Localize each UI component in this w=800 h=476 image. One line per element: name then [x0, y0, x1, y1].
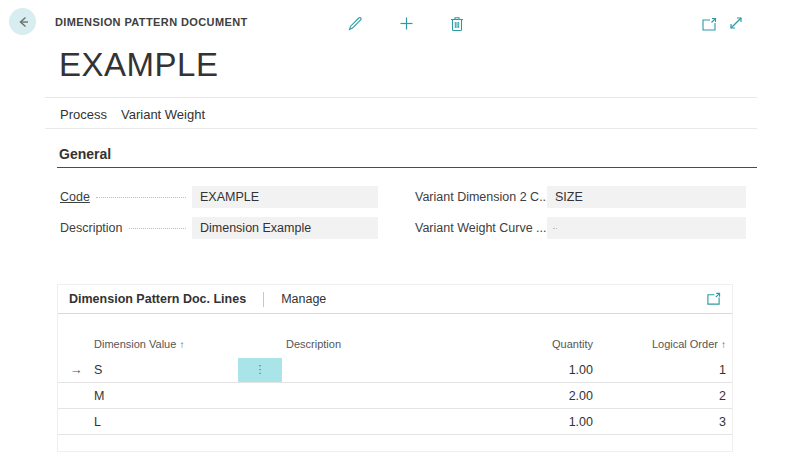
back-button[interactable] — [9, 8, 36, 35]
code-input[interactable]: EXAMPLE — [192, 186, 378, 208]
cell-quantity[interactable]: 2.00 — [484, 389, 599, 403]
table-row[interactable]: → S ⋮ 1.00 1 — [58, 357, 732, 383]
divider — [263, 292, 264, 307]
lines-card-title[interactable]: Dimension Pattern Doc. Lines — [69, 292, 246, 306]
cell-description[interactable]: ⋮ — [234, 358, 484, 382]
field-variant-weight-curve: Variant Weight Curve ... — [415, 217, 746, 239]
table-row[interactable]: L 1.00 3 — [58, 409, 732, 435]
column-header-description[interactable]: Description — [234, 338, 484, 350]
page-title: EXAMPLE — [59, 46, 218, 84]
current-row-arrow-icon: → — [58, 362, 94, 377]
divider — [45, 128, 757, 129]
field-description: Description Dimension Example — [60, 217, 378, 239]
fullscreen-button[interactable] — [726, 13, 746, 33]
variant-dimension-2-code-label: Variant Dimension 2 C... — [415, 190, 550, 204]
menu-item-process[interactable]: Process — [60, 107, 107, 122]
trash-icon — [449, 15, 465, 32]
field-code: Code EXAMPLE — [60, 186, 378, 208]
variant-dimension-2-code-input[interactable]: SIZE — [547, 186, 746, 208]
plus-icon — [398, 15, 415, 32]
dotted-leader — [553, 228, 557, 229]
dotted-leader — [556, 197, 560, 198]
cell-logical-order[interactable]: 1 — [599, 363, 732, 377]
page-caption: DIMENSION PATTERN DOCUMENT — [55, 16, 248, 28]
pencil-icon — [347, 15, 364, 32]
section-title-general[interactable]: General — [59, 146, 111, 162]
section-underline — [57, 167, 757, 168]
open-in-window-icon — [706, 292, 721, 306]
sort-asc-icon: ↑ — [721, 339, 726, 350]
column-header-logical-order[interactable]: Logical Order ↑ — [599, 338, 732, 350]
new-button[interactable] — [396, 13, 416, 33]
table-column-headers: Dimension Value ↑ Description Quantity L… — [58, 338, 732, 357]
column-header-quantity[interactable]: Quantity — [484, 338, 599, 350]
cell-dimension-value[interactable]: S — [94, 363, 234, 377]
lines-card-header: Dimension Pattern Doc. Lines Manage — [58, 285, 732, 314]
open-in-window-button[interactable] — [699, 14, 719, 34]
field-variant-dimension-2-code: Variant Dimension 2 C... SIZE — [415, 186, 746, 208]
open-in-window-icon — [701, 17, 717, 32]
column-header-dimension-value[interactable]: Dimension Value ↑ — [94, 338, 234, 350]
description-label: Description — [60, 221, 123, 235]
edit-button[interactable] — [345, 13, 365, 33]
cell-quantity[interactable]: 1.00 — [484, 415, 599, 429]
back-arrow-icon — [15, 14, 31, 30]
cell-ellipsis-button[interactable]: ⋮ — [238, 358, 282, 382]
page: DIMENSION PATTERN DOCUMENT EXAMPLE Proce… — [0, 0, 800, 476]
expand-arrows-icon — [728, 15, 744, 31]
table-row[interactable]: M 2.00 2 — [58, 383, 732, 409]
code-label[interactable]: Code — [60, 190, 90, 204]
sort-asc-icon: ↑ — [179, 339, 184, 350]
cell-logical-order[interactable]: 3 — [599, 415, 732, 429]
lines-card: Dimension Pattern Doc. Lines Manage Dime… — [57, 284, 733, 452]
variant-weight-curve-input[interactable] — [547, 217, 746, 239]
manage-menu[interactable]: Manage — [281, 292, 326, 306]
lines-popout-button[interactable] — [704, 290, 722, 308]
delete-button[interactable] — [447, 13, 467, 33]
cell-quantity[interactable]: 1.00 — [484, 363, 599, 377]
cell-logical-order[interactable]: 2 — [599, 389, 732, 403]
cell-dimension-value[interactable]: M — [94, 389, 234, 403]
description-input[interactable]: Dimension Example — [192, 217, 378, 239]
dotted-leader — [96, 197, 186, 198]
menu-item-variant-weight[interactable]: Variant Weight — [121, 107, 205, 122]
divider — [45, 97, 757, 98]
variant-weight-curve-label: Variant Weight Curve ... — [415, 221, 547, 235]
dotted-leader — [129, 228, 186, 229]
cell-dimension-value[interactable]: L — [94, 415, 234, 429]
